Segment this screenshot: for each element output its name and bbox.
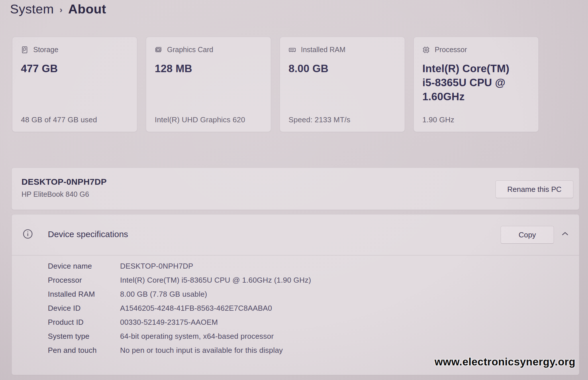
processor-card: Processor Intel(R) Core(TM) i5-8365U CPU…	[413, 37, 539, 132]
device-name: DESKTOP-0NPH7DP	[21, 177, 107, 187]
breadcrumb-system-link[interactable]: System	[10, 2, 54, 17]
breadcrumb: System › About	[10, 2, 106, 17]
spec-row-processor: Processor Intel(R) Core(TM) i5-8365U CPU…	[12, 276, 579, 285]
spec-row-pen-and-touch: Pen and touch No pen or touch input is a…	[12, 346, 579, 355]
specifications-rows: Device name DESKTOP-0NPH7DP Processor In…	[12, 262, 579, 360]
spec-value: No pen or touch input is available for t…	[120, 346, 579, 355]
ram-icon	[289, 46, 296, 54]
spec-label: System type	[48, 332, 120, 341]
processor-card-footer: 1.90 GHz	[422, 115, 454, 124]
graphics-card-value: 128 MB	[155, 62, 249, 76]
storage-card-header: Storage	[21, 46, 128, 54]
installed-ram-card: Installed RAM 8.00 GB Speed: 2133 MT/s	[280, 37, 405, 132]
device-specifications-title: Device specifications	[48, 229, 128, 239]
graphics-icon	[155, 46, 162, 54]
installed-ram-label: Installed RAM	[301, 46, 346, 54]
spec-label: Pen and touch	[48, 346, 120, 355]
settings-about-page: System › About Storage 477 GB 48 GB of 4…	[0, 0, 588, 380]
graphics-card-label: Graphics Card	[167, 46, 213, 54]
spec-row-device-id: Device ID A1546205-4248-41FB-8563-462E7C…	[12, 304, 579, 313]
spec-label: Installed RAM	[48, 290, 120, 299]
info-icon	[23, 229, 33, 240]
rename-pc-button[interactable]: Rename this PC	[495, 180, 573, 198]
spec-value: A1546205-4248-41FB-8563-462E7C8AABA0	[120, 304, 579, 313]
spec-label: Product ID	[48, 318, 120, 327]
spec-row-system-type: System type 64-bit operating system, x64…	[12, 332, 579, 341]
copy-button[interactable]: Copy	[501, 226, 554, 244]
device-specifications-panel: Device specifications Copy Device name D…	[11, 214, 579, 375]
device-name-panel: DESKTOP-0NPH7DP HP EliteBook 840 G6 Rena…	[11, 168, 579, 210]
spec-value: Intel(R) Core(TM) i5-8365U CPU @ 1.60GHz…	[120, 276, 579, 285]
watermark-text: www.electronicsynergy.org	[434, 356, 575, 368]
spec-value: 64-bit operating system, x64-based proce…	[120, 332, 579, 341]
storage-icon	[21, 46, 28, 54]
spec-label: Processor	[48, 276, 120, 285]
device-model: HP EliteBook 840 G6	[21, 190, 89, 198]
info-cards-row: Storage 477 GB 48 GB of 477 GB used Grap…	[12, 37, 539, 132]
installed-ram-value: 8.00 GB	[289, 62, 383, 76]
graphics-card-footer: Intel(R) UHD Graphics 620	[155, 115, 245, 124]
spec-row-device-name: Device name DESKTOP-0NPH7DP	[12, 262, 579, 271]
spec-value: 00330-52149-23175-AAOEM	[120, 318, 579, 327]
processor-icon	[422, 46, 430, 54]
graphics-card-card: Graphics Card 128 MB Intel(R) UHD Graphi…	[146, 37, 271, 132]
processor-card-label: Processor	[435, 46, 467, 54]
storage-card-footer: 48 GB of 477 GB used	[21, 115, 97, 124]
installed-ram-footer: Speed: 2133 MT/s	[289, 115, 350, 124]
chevron-up-icon[interactable]	[561, 231, 569, 238]
storage-card: Storage 477 GB 48 GB of 477 GB used	[12, 37, 137, 132]
device-specifications-header[interactable]: Device specifications Copy	[12, 214, 579, 255]
page-title: About	[68, 2, 106, 17]
breadcrumb-chevron-icon: ›	[60, 5, 62, 15]
graphics-card-header: Graphics Card	[155, 46, 262, 54]
spec-value: 8.00 GB (7.78 GB usable)	[120, 290, 579, 299]
divider	[12, 255, 579, 255]
installed-ram-header: Installed RAM	[289, 46, 396, 54]
spec-row-installed-ram: Installed RAM 8.00 GB (7.78 GB usable)	[12, 290, 579, 299]
spec-label: Device name	[48, 262, 120, 271]
spec-row-product-id: Product ID 00330-52149-23175-AAOEM	[12, 318, 579, 327]
processor-card-header: Processor	[422, 46, 530, 54]
storage-card-value: 477 GB	[21, 62, 115, 76]
spec-label: Device ID	[48, 304, 120, 313]
spec-value: DESKTOP-0NPH7DP	[120, 262, 579, 271]
processor-card-value: Intel(R) Core(TM) i5-8365U CPU @ 1.60GHz	[422, 62, 517, 104]
storage-card-label: Storage	[33, 46, 58, 54]
